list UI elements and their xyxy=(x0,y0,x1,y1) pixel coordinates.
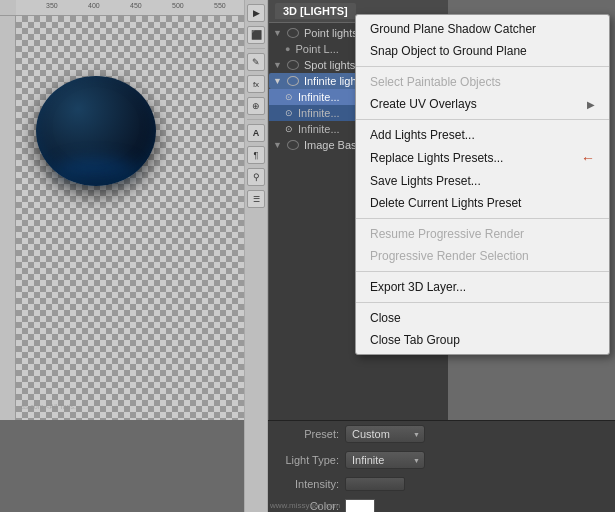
intensity-row: Intensity: xyxy=(268,473,615,495)
menu-add-preset[interactable]: Add Lights Preset... xyxy=(356,124,609,146)
menu-snap-ground[interactable]: Snap Object to Ground Plane xyxy=(356,40,609,62)
preset-row: Preset: Custom xyxy=(268,421,615,447)
menu-ground-shadow[interactable]: Ground Plane Shadow Catcher xyxy=(356,18,609,40)
tool-select[interactable]: ⬛ xyxy=(247,26,265,44)
menu-save-preset[interactable]: Save Lights Preset... xyxy=(356,170,609,192)
preset-dropdown[interactable]: Custom xyxy=(345,425,425,443)
intensity-slider[interactable] xyxy=(345,477,405,491)
separator-4 xyxy=(356,271,609,272)
menu-uv-overlays[interactable]: Create UV Overlays ▶ xyxy=(356,93,609,115)
menu-close-tab-group[interactable]: Close Tab Group xyxy=(356,329,609,351)
light-type-dropdown[interactable]: Infinite xyxy=(345,451,425,469)
tool-layers[interactable]: ☰ xyxy=(247,190,265,208)
watermark: www.missyuan.com xyxy=(270,501,340,510)
ruler-left xyxy=(0,16,16,420)
separator-1 xyxy=(356,66,609,67)
infinite-light-name-1: Infinite... xyxy=(298,91,340,103)
infinite-lights-label: Infinite light xyxy=(304,75,360,87)
preset-label: Preset: xyxy=(274,428,339,440)
tool-move[interactable]: ▶ xyxy=(247,4,265,22)
menu-export-3d[interactable]: Export 3D Layer... xyxy=(356,276,609,298)
color-swatch[interactable] xyxy=(345,499,375,512)
canvas-area: as.com <All Taris... xyxy=(16,16,260,420)
menu-close[interactable]: Close xyxy=(356,307,609,329)
tool-fx[interactable]: fx xyxy=(247,75,265,93)
point-lights-label: Point lights xyxy=(304,27,358,39)
menu-resume-render: Resume Progressive Render xyxy=(356,223,609,245)
separator-2 xyxy=(356,119,609,120)
menu-replace-presets[interactable]: Replace Lights Presets... ← xyxy=(356,146,609,170)
3d-sphere xyxy=(36,76,156,186)
tool-para[interactable]: ¶ xyxy=(247,146,265,164)
separator-3 xyxy=(356,218,609,219)
tool-text[interactable]: A xyxy=(247,124,265,142)
light-type-label: Light Type: xyxy=(274,454,339,466)
tool-pin[interactable]: ⚲ xyxy=(247,168,265,186)
menu-delete-preset[interactable]: Delete Current Lights Preset xyxy=(356,192,609,214)
light-type-row: Light Type: Infinite xyxy=(268,447,615,473)
menu-progressive-render: Progressive Render Selection xyxy=(356,245,609,267)
tool-add[interactable]: ⊕ xyxy=(247,97,265,115)
bottom-panel: Preset: Custom Light Type: Infinite Inte… xyxy=(268,420,615,512)
red-arrow-icon: ← xyxy=(581,150,595,166)
infinite-light-name-2: Infinite... xyxy=(298,107,340,119)
submenu-arrow: ▶ xyxy=(587,99,595,110)
point-light-name: Point L... xyxy=(295,43,338,55)
spot-lights-label: Spot lights xyxy=(304,59,355,71)
panel-tab-label: 3D [LIGHTS] xyxy=(275,3,356,19)
separator-5 xyxy=(356,302,609,303)
tools-panel: ▶ ⬛ ✎ fx ⊕ A ¶ ⚲ ☰ xyxy=(244,0,268,512)
intensity-label: Intensity: xyxy=(274,478,339,490)
tool-brush[interactable]: ✎ xyxy=(247,53,265,71)
infinite-light-name-3: Infinite... xyxy=(298,123,340,135)
menu-paintable: Select Paintable Objects xyxy=(356,71,609,93)
ruler-top: 350 400 450 500 550 xyxy=(0,0,260,16)
context-menu: Ground Plane Shadow Catcher Snap Object … xyxy=(355,14,610,355)
